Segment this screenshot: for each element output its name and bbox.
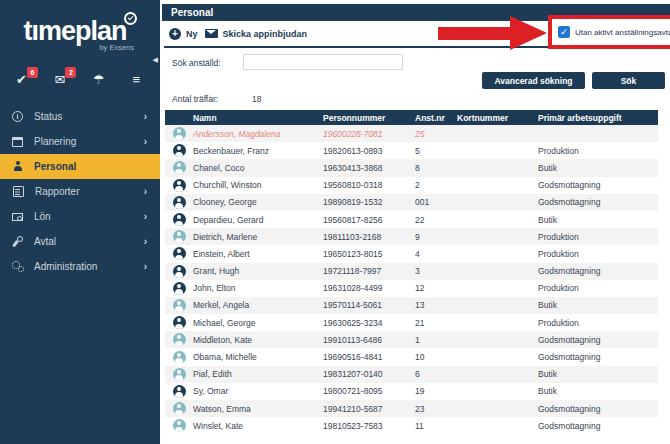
anstnr-cell: 9 [415, 232, 457, 242]
search-button[interactable]: Sök [592, 72, 665, 89]
column-header: Personnummer [323, 113, 415, 123]
envelope-icon[interactable]: ✉2 [55, 70, 66, 88]
person-icon [173, 213, 186, 226]
person-icon [173, 161, 186, 174]
employee-table: NamnPersonnummerAnst.nrKortnummerPrimär … [165, 110, 658, 434]
name-cell: Einstein, Albert [193, 249, 323, 259]
list-icon[interactable]: ≡ [132, 70, 140, 88]
name-cell: Chanel, Coco [193, 163, 323, 173]
task-cell: Godsmottagning [538, 197, 658, 207]
table-row[interactable]: Middleton, Kate19910113-64861Godsmottagn… [165, 331, 658, 348]
table-row[interactable]: Obama, Michelle19690516-484110Godsmottag… [165, 348, 658, 365]
personnummer-cell: 19910113-6486 [323, 335, 415, 345]
new-employee-label: Ny [186, 29, 198, 39]
anstnr-cell: 3 [415, 266, 457, 276]
sidebar-item-planering[interactable]: Planering› [0, 129, 160, 154]
advanced-search-button[interactable]: Avancerad sökning [482, 72, 585, 89]
column-header: Anst.nr [415, 113, 457, 123]
table-row[interactable]: Watson, Emma19941210-568723Godsmottagnin… [165, 400, 658, 417]
search-employee-input[interactable] [243, 54, 403, 70]
personnummer-cell: 19630625-3234 [323, 318, 415, 328]
personnummer-cell: 19560817-8256 [323, 215, 415, 225]
name-cell: Churchill, Winston [193, 180, 323, 190]
table-row[interactable]: Andersson, Magdalena19600228-708125 [165, 125, 658, 142]
logo-text: tımeplan [23, 16, 126, 46]
sidebar-item-lon[interactable]: Lön› [0, 204, 160, 229]
table-row[interactable]: Dietrich, Marlene19811103-21689Produktio… [165, 228, 658, 245]
table-row[interactable]: Clooney, George19890819-1532001Godsmotta… [165, 194, 658, 211]
chevron-right-icon: › [144, 261, 147, 272]
anstnr-cell: 25 [415, 129, 457, 139]
task-cell: Produktion [538, 283, 658, 293]
name-cell: Grant, Hugh [193, 266, 323, 276]
new-employee-button[interactable]: + Ny [169, 28, 198, 40]
name-cell: Sy, Omar [193, 386, 323, 396]
task-cell: Butik [538, 163, 658, 173]
anstnr-cell: 22 [415, 215, 457, 225]
send-app-invite-button[interactable]: Skicka appinbjudan [205, 29, 308, 39]
sidebar-item-avtal[interactable]: Avtal› [0, 229, 160, 254]
avatar-cell [165, 419, 193, 432]
wrench-icon [12, 236, 23, 247]
envelope-glyph: ✉ [55, 72, 66, 87]
name-cell: Piaf, Edith [193, 369, 323, 379]
check-icon[interactable]: ✔6 [16, 70, 27, 88]
sidebar-item-rapporter[interactable]: Rapporter› [0, 179, 160, 204]
anstnr-cell: 10 [415, 352, 457, 362]
sidebar-item-administration[interactable]: Administration› [0, 254, 160, 279]
anstnr-cell: 21 [415, 318, 457, 328]
table-row[interactable]: Piaf, Edith19831207-01406Butik [165, 366, 658, 383]
person-icon [173, 402, 186, 415]
name-cell: Beckenbauer, Franz [193, 146, 323, 156]
send-app-invite-label: Skicka appinbjudan [223, 29, 308, 39]
table-row[interactable]: Einstein, Albert19650123-80154Produktion [165, 245, 658, 262]
table-row[interactable]: Beckenbauer, Franz19820613-08935Produkti… [165, 142, 658, 159]
personnummer-cell: 19560810-0318 [323, 180, 415, 190]
avatar-cell [165, 179, 193, 192]
table-row[interactable]: Churchill, Winston19560810-03182Godsmott… [165, 177, 658, 194]
person-icon [173, 316, 186, 329]
app-logo: tımeplan by Exsens [0, 16, 160, 52]
personnummer-cell: 19600228-7081 [323, 129, 415, 139]
page-title: Personal [171, 7, 213, 18]
sidebar-item-label: Administration [34, 261, 144, 272]
task-cell: Godsmottagning [538, 404, 658, 414]
person-icon [173, 385, 186, 398]
anstnr-cell: 8 [415, 163, 457, 173]
name-cell: Merkel, Angela [193, 300, 323, 310]
sidebar-item-status[interactable]: Status› [0, 104, 160, 129]
table-row[interactable]: John, Elton19631028-449912Produktion [165, 280, 658, 297]
sidebar-item-personal[interactable]: Personal [0, 154, 160, 179]
sidebar-item-label: Planering [34, 136, 144, 147]
table-row[interactable]: Chanel, Coco19630413-38688Butik [165, 159, 658, 176]
anstnr-cell: 19 [415, 386, 457, 396]
avatar-cell [165, 333, 193, 346]
collapse-sidebar-icon[interactable]: ◀ [153, 56, 158, 64]
chevron-right-icon: › [144, 186, 147, 197]
table-row[interactable]: Grant, Hugh19721118-79973Godsmottagning [165, 263, 658, 280]
table-row[interactable]: Depardieu, Gerard19560817-825622Butik [165, 211, 658, 228]
avatar-cell [165, 385, 193, 398]
anstnr-cell: 12 [415, 283, 457, 293]
umbrella-icon[interactable]: ☂ [93, 70, 105, 88]
anstnr-cell: 001 [415, 197, 457, 207]
person-icon [173, 368, 186, 381]
person-icon [173, 247, 186, 260]
person-icon [173, 282, 186, 295]
table-row[interactable]: Sy, Omar19800721-809519Butik [165, 383, 658, 400]
anstnr-cell: 11 [415, 421, 457, 431]
column-header: Namn [193, 113, 323, 123]
annotation-highlight-box: ✓ Utan aktivt anställningsavtal [548, 15, 670, 49]
main-content: Personal + Ny Skicka appinbjudan Sök ans… [160, 0, 670, 444]
anstnr-cell: 2 [415, 180, 457, 190]
table-row[interactable]: Michael, George19630625-323421Produktion [165, 314, 658, 331]
avatar-cell [165, 230, 193, 243]
personnummer-cell: 19690516-4841 [323, 352, 415, 362]
annotation-arrow [438, 27, 512, 40]
no-active-contract-checkbox[interactable]: ✓ [558, 26, 570, 38]
table-row[interactable]: Winslet, Kate19810523-758311Godsmottagni… [165, 417, 658, 434]
personnummer-cell: 19831207-0140 [323, 369, 415, 379]
task-cell: Produktion [538, 232, 658, 242]
chevron-right-icon: › [144, 111, 147, 122]
table-row[interactable]: Merkel, Angela19570114-506113Butik [165, 297, 658, 314]
